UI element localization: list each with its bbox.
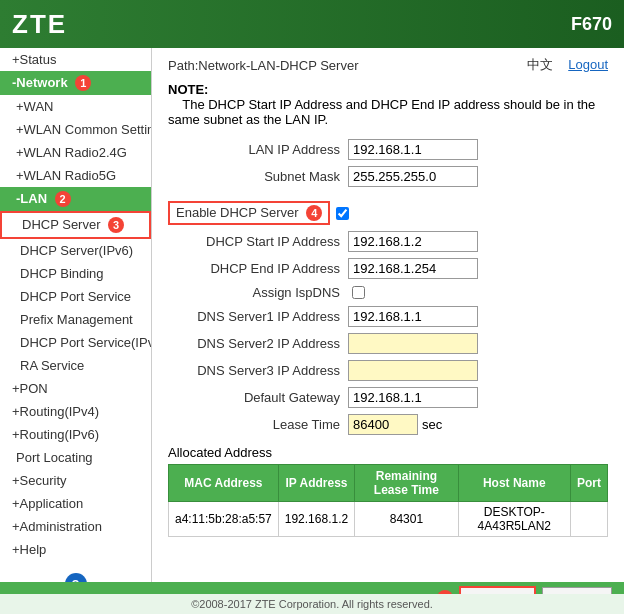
col-ip: IP Address [278, 465, 354, 502]
dhcp-start-input[interactable] [348, 231, 478, 252]
gateway-input[interactable] [348, 387, 478, 408]
sidebar-item-security[interactable]: +Security [0, 469, 151, 492]
col-lease: Remaining Lease Time [355, 465, 458, 502]
sidebar-item-help[interactable]: +Help [0, 538, 151, 561]
sidebar-item-routing-v4[interactable]: +Routing(IPv4) [0, 400, 151, 423]
sidebar-item-application[interactable]: +Application [0, 492, 151, 515]
badge-4: 4 [306, 205, 322, 221]
sidebar-item-port-locating[interactable]: Port Locating [0, 446, 151, 469]
subnet-mask-input[interactable] [348, 166, 478, 187]
dns2-label: DNS Server2 IP Address [168, 336, 348, 351]
dhcp-end-label: DHCP End IP Address [168, 261, 348, 276]
lease-label: Lease Time [168, 417, 348, 432]
note-label: NOTE: [168, 82, 208, 97]
lease-input[interactable] [348, 414, 418, 435]
sidebar-item-routing-v6[interactable]: +Routing(IPv6) [0, 423, 151, 446]
gateway-row: Default Gateway [168, 387, 608, 408]
sidebar-item-administration[interactable]: +Administration [0, 515, 151, 538]
sidebar-item-pon[interactable]: +PON [0, 377, 151, 400]
assign-isp-checkbox[interactable] [352, 286, 365, 299]
model: F670 [571, 14, 612, 35]
sidebar-item-status[interactable]: +Status [0, 48, 151, 71]
enable-dhcp-checkbox[interactable] [336, 207, 349, 220]
assign-isp-label: Assign IspDNS [168, 285, 348, 300]
badge-3: 3 [108, 217, 124, 233]
col-port: Port [570, 465, 607, 502]
badge-1: 1 [75, 75, 91, 91]
note-text: The DHCP Start IP Address and DHCP End I… [168, 97, 595, 127]
lan-ip-label: LAN IP Address [168, 142, 348, 157]
sidebar-item-prefix-mgmt[interactable]: Prefix Management [0, 308, 151, 331]
sidebar-item-dhcp-binding[interactable]: DHCP Binding [0, 262, 151, 285]
dhcp-end-input[interactable] [348, 258, 478, 279]
logout-link[interactable]: Logout [568, 57, 608, 72]
sidebar-item-ra-service[interactable]: RA Service [0, 354, 151, 377]
lan-ip-input[interactable] [348, 139, 478, 160]
help-button[interactable]: ? [65, 573, 87, 582]
badge-2: 2 [55, 191, 71, 207]
path-bar: Path:Network-LAN-DHCP Server 中文 Logout [168, 56, 608, 74]
copyright: ©2008-2017 ZTE Corporation. All rights r… [0, 594, 624, 614]
subnet-mask-label: Subnet Mask [168, 169, 348, 184]
dhcp-start-label: DHCP Start IP Address [168, 234, 348, 249]
sidebar-item-wlan-radio24[interactable]: +WLAN Radio2.4G [0, 141, 151, 164]
sidebar-item-dhcp-server-v6[interactable]: DHCP Server(IPv6) [0, 239, 151, 262]
dns1-input[interactable] [348, 306, 478, 327]
sidebar-item-wan[interactable]: +WAN [0, 95, 151, 118]
allocated-title: Allocated Address [168, 445, 608, 460]
header: ZTE F670 [0, 0, 624, 48]
enable-dhcp-label: Enable DHCP Server 4 [168, 201, 330, 225]
language-switch[interactable]: 中文 [527, 57, 553, 72]
sidebar-item-wlan-radio5g[interactable]: +WLAN Radio5G [0, 164, 151, 187]
sidebar-item-wlan-common[interactable]: +WLAN Common Setting [0, 118, 151, 141]
assign-isp-row: Assign IspDNS [168, 285, 608, 300]
dns3-row: DNS Server3 IP Address [168, 360, 608, 381]
col-host: Host Name [458, 465, 570, 502]
allocated-table: MAC Address IP Address Remaining Lease T… [168, 464, 608, 537]
breadcrumb: Path:Network-LAN-DHCP Server [168, 58, 358, 73]
sidebar-item-dhcp-port-v6[interactable]: DHCP Port Service(IPv6) [0, 331, 151, 354]
lease-unit: sec [422, 417, 442, 432]
dhcp-end-row: DHCP End IP Address [168, 258, 608, 279]
allocated-section: Allocated Address MAC Address IP Address… [168, 445, 608, 537]
main-content: Path:Network-LAN-DHCP Server 中文 Logout N… [152, 48, 624, 582]
dhcp-start-row: DHCP Start IP Address [168, 231, 608, 252]
subnet-mask-row: Subnet Mask [168, 166, 608, 187]
logo: ZTE [12, 9, 67, 40]
enable-dhcp-row: Enable DHCP Server 4 [168, 201, 608, 225]
dns1-label: DNS Server1 IP Address [168, 309, 348, 324]
sidebar-item-dhcp-server[interactable]: DHCP Server 3 [0, 211, 151, 239]
sidebar-item-network[interactable]: -Network 1 [0, 71, 151, 95]
gateway-label: Default Gateway [168, 390, 348, 405]
dns2-input[interactable] [348, 333, 478, 354]
dns1-row: DNS Server1 IP Address [168, 306, 608, 327]
note-box: NOTE: The DHCP Start IP Address and DHCP… [168, 82, 608, 127]
dns3-label: DNS Server3 IP Address [168, 363, 348, 378]
dns2-row: DNS Server2 IP Address [168, 333, 608, 354]
lease-row: Lease Time sec [168, 414, 608, 435]
dns3-input[interactable] [348, 360, 478, 381]
sidebar-item-lan[interactable]: -LAN 2 [0, 187, 151, 211]
table-row: a4:11:5b:28:a5:57192.168.1.284301DESKTOP… [169, 502, 608, 537]
sidebar: +Status -Network 1 +WAN +WLAN Common Set… [0, 48, 152, 582]
sidebar-item-dhcp-port-service[interactable]: DHCP Port Service [0, 285, 151, 308]
col-mac: MAC Address [169, 465, 279, 502]
lan-ip-row: LAN IP Address [168, 139, 608, 160]
